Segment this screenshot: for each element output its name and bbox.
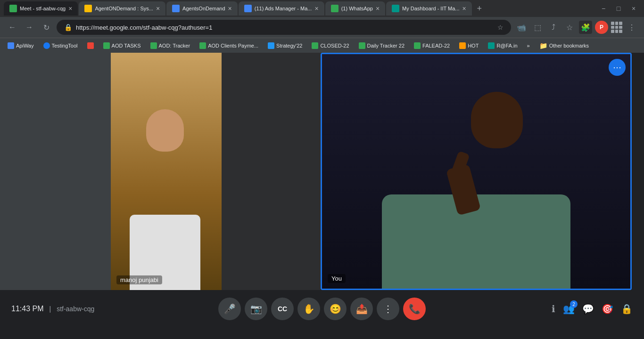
info-button[interactable]: ℹ (552, 303, 555, 315)
profile-avatar[interactable]: P (595, 21, 608, 34)
bookmark-closed[interactable]: CLOSED-22 (308, 41, 353, 50)
back-button[interactable]: ← (6, 21, 19, 34)
more-ctrl-icon: ⋮ (383, 303, 393, 315)
more-bookmarks-label: » (527, 43, 530, 48)
bookmark-falead[interactable]: FALEAD-22 (410, 41, 454, 50)
bookmark-strategy-label: Strategy'22 (276, 43, 302, 48)
tab-label-agentson: AgentsOnDemand (182, 6, 225, 11)
tab-label-ads: (11) Ads Manager - Ma... (255, 6, 312, 11)
address-bar: ← → ↻ 🔒 https://meet.google.com/stf-aabw… (0, 17, 644, 38)
more-bookmarks-button[interactable]: » (523, 42, 534, 49)
face-head-left (146, 109, 184, 152)
maximize-button[interactable]: □ (612, 2, 625, 15)
tab-dashboard[interactable]: My Dashboard - IIT Ma... × (386, 1, 472, 16)
captions-button[interactable]: CC (271, 298, 294, 320)
gmail-icon (87, 42, 94, 49)
emoji-icon: 😊 (330, 303, 341, 315)
bookmark-hot[interactable]: HOT (455, 41, 482, 50)
minimize-button[interactable]: − (597, 2, 610, 15)
present-icon: 📤 (356, 303, 368, 315)
bottom-bar: 11:43 PM | stf-aabw-cqg 🎤 📷 CC ✋ 😊 📤 (0, 290, 644, 328)
bookmark-aod-clients[interactable]: AOD Clients Payme... (196, 41, 262, 50)
tab-label-whatsapp: (1) WhatsApp (341, 6, 373, 11)
lock-icon: 🔒 (64, 24, 72, 31)
chat-button[interactable]: 💬 (582, 303, 594, 315)
forward-button[interactable]: → (23, 21, 36, 34)
video-left-right (222, 53, 321, 290)
right-controls: ℹ 👥 2 💬 🎯 🔒 (552, 303, 633, 315)
bookmark-aod-tracker-label: AOD: Tracker (159, 43, 190, 48)
apps-grid-icon[interactable] (611, 22, 622, 33)
tab-agenton[interactable]: AgentONDemand : Sys... × (79, 1, 165, 16)
apps-dot-7 (611, 30, 614, 33)
bookmark-aod-tracker[interactable]: AOD: Tracker (147, 41, 194, 50)
other-bookmarks-folder[interactable]: 📁 Other bookmarks (536, 41, 593, 50)
tab-meet[interactable]: Meet - stf-aabw-cqg × (4, 1, 78, 16)
apps-dot-8 (615, 30, 619, 33)
end-call-icon: 📞 (409, 303, 421, 315)
other-bookmarks-label: Other bookmarks (549, 43, 589, 48)
url-bar[interactable]: 🔒 https://meet.google.com/stf-aabw-cqg?a… (57, 20, 511, 35)
more-ctrl-button[interactable]: ⋮ (377, 298, 399, 320)
star-icon[interactable]: ☆ (497, 24, 504, 31)
more-options-button[interactable]: ⋯ (609, 59, 626, 76)
tab-close-ads[interactable]: × (314, 5, 318, 12)
mic-button[interactable]: 🎤 (218, 298, 241, 320)
tab-close-dashboard[interactable]: × (462, 5, 466, 12)
bookmark-falead-label: FALEAD-22 (422, 43, 450, 48)
tab-close-agentson[interactable]: × (228, 5, 232, 12)
close-button[interactable]: × (627, 2, 640, 15)
bookmark-rfa[interactable]: R@FA.in (484, 41, 521, 50)
tab-agentson[interactable]: AgentsOnDemand × (166, 1, 238, 16)
bookmark-strategy[interactable]: Strategy'22 (264, 41, 306, 50)
camera-button[interactable]: 📷 (245, 298, 267, 320)
tab-favicon-agentson (172, 5, 180, 12)
new-tab-button[interactable]: + (473, 2, 486, 15)
camera-icon: 📷 (250, 303, 262, 315)
cast-icon[interactable]: 📹 (515, 21, 528, 34)
reload-button[interactable]: ↻ (40, 21, 53, 34)
people-badge: 2 (570, 300, 578, 308)
extensions-icon[interactable]: 🧩 (579, 21, 592, 34)
end-call-button[interactable]: 📞 (403, 298, 426, 320)
bookmarks-bar: ApiWay TestingTool AOD TASKS AOD: Tracke… (0, 38, 644, 53)
apps-dot-5 (615, 26, 619, 29)
emoji-button[interactable]: 😊 (324, 298, 347, 320)
tab-close-meet[interactable]: × (68, 5, 72, 12)
bookmark-aod-tasks[interactable]: AOD TASKS (99, 41, 145, 50)
video-left-dark (0, 53, 111, 290)
chrome-menu-button[interactable]: ⋮ (625, 21, 638, 34)
tab-label-meet: Meet - stf-aabw-cqg (20, 6, 66, 11)
url-text: https://meet.google.com/stf-aabw-cqg?aut… (76, 24, 212, 31)
screenshot-icon[interactable]: ⬚ (531, 21, 544, 34)
tab-close-whatsapp[interactable]: × (376, 5, 380, 12)
share-icon[interactable]: ⤴ (547, 21, 560, 34)
mic-icon: 🎤 (224, 303, 236, 315)
video-left-person: manoj punjabi (111, 53, 222, 290)
right-video-bg (322, 54, 630, 289)
tab-favicon-dashboard (392, 5, 399, 12)
lock-button[interactable]: 🔒 (621, 303, 633, 315)
tab-whatsapp[interactable]: (1) WhatsApp × (325, 1, 385, 16)
tab-favicon-meet (9, 5, 17, 12)
present-button[interactable]: 📤 (350, 298, 373, 320)
closed-icon (312, 42, 318, 49)
activities-button[interactable]: 🎯 (602, 303, 613, 315)
bookmark-gmail[interactable] (83, 41, 98, 50)
raise-hand-button[interactable]: ✋ (297, 298, 320, 320)
aod-clients-icon (199, 42, 206, 49)
tab-ads[interactable]: (11) Ads Manager - Ma... × (239, 1, 324, 16)
strategy-icon (268, 42, 274, 49)
lock-icon: 🔒 (621, 304, 633, 314)
person-left-video (111, 53, 222, 290)
tab-close-agenton[interactable]: × (156, 5, 160, 12)
bookmark-daily-tracker[interactable]: Daily Tracker 22 (355, 41, 408, 50)
bookmark-testingtool[interactable]: TestingTool (40, 41, 82, 50)
apps-dot-3 (619, 22, 622, 25)
bookmark-apiway[interactable]: ApiWay (4, 41, 38, 50)
people-button[interactable]: 👥 2 (563, 303, 575, 315)
bookmark-icon[interactable]: ☆ (563, 21, 576, 34)
bookmark-apiway-label: ApiWay (16, 43, 34, 48)
meet-container: manoj punjabi ⋯ You (0, 53, 644, 290)
url-action-icons: ☆ (497, 24, 504, 31)
